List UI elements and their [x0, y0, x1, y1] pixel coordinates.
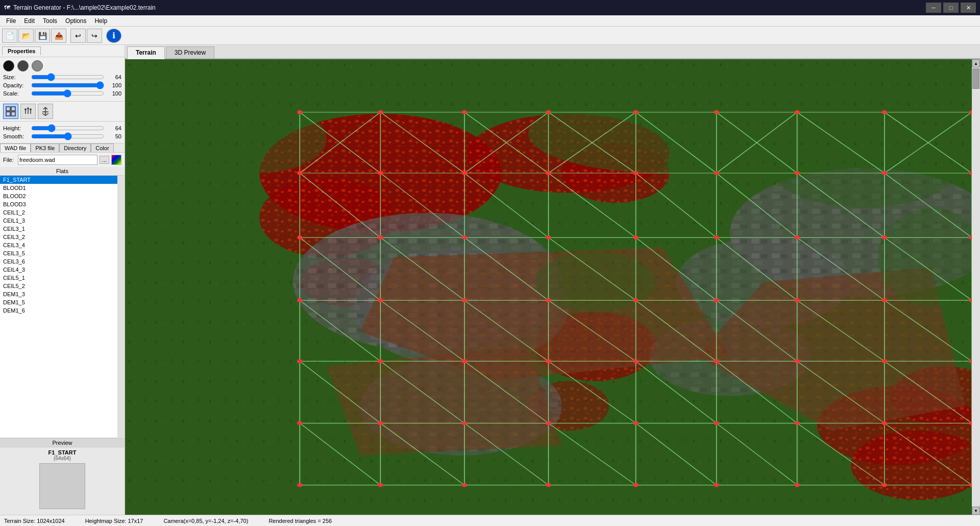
flat-item-0[interactable]: F1_START [0, 176, 117, 184]
flat-item-6[interactable]: CEIL3_1 [0, 225, 117, 233]
flat-item-15[interactable]: DEM1_5 [0, 298, 117, 306]
flat-item-11[interactable]: CEIL4_3 [0, 266, 117, 274]
menu-bar: File Edit Tools Options Help [0, 15, 980, 27]
flats-label: Flats [0, 167, 125, 176]
flat-item-9[interactable]: CEIL3_5 [0, 249, 117, 257]
flat-item-14[interactable]: DEM1_3 [0, 290, 117, 298]
svg-point-181 [546, 171, 551, 175]
brush-soft[interactable] [32, 60, 43, 71]
scale-slider[interactable] [31, 90, 104, 97]
svg-point-217 [546, 421, 551, 425]
brush-solid[interactable] [3, 60, 14, 71]
scroll-thumb[interactable] [972, 68, 979, 89]
flat-item-4[interactable]: CEIL1_2 [0, 208, 117, 217]
svg-point-230 [882, 483, 888, 487]
scale-row: Scale: 100 [3, 90, 121, 97]
svg-point-203 [882, 298, 888, 302]
flat-item-1[interactable]: BLOOD1 [0, 184, 117, 192]
open-button[interactable]: 📂 [18, 29, 34, 43]
svg-rect-2 [6, 112, 10, 116]
flat-item-5[interactable]: CEIL1_3 [0, 217, 117, 225]
flats-scrollbar[interactable] [117, 176, 125, 438]
flat-item-10[interactable]: CEIL3_6 [0, 257, 117, 266]
properties-tab-button[interactable]: Properties [2, 46, 41, 55]
redo-button[interactable]: ↪ [87, 29, 102, 43]
main-layout: Properties Size: 64 Opacity: 100 Scale: [0, 45, 980, 515]
save-button[interactable]: 💾 [35, 29, 50, 43]
wad-file-tab[interactable]: WAD file [0, 144, 31, 152]
right-scrollbar[interactable]: ▲ ▼ [972, 59, 980, 515]
flat-item-2[interactable]: BLOOD2 [0, 192, 117, 200]
close-button[interactable]: ✕ [961, 3, 976, 13]
triangles-status: Rendered triangles = 256 [268, 518, 332, 524]
svg-rect-0 [6, 107, 10, 111]
pk3-file-tab[interactable]: PK3 file [31, 144, 59, 152]
file-row: File: ... [0, 153, 125, 167]
svg-point-219 [714, 421, 719, 425]
flat-item-3[interactable]: BLOOD3 [0, 200, 117, 208]
file-input[interactable] [18, 155, 97, 165]
texture-tabs: WAD file PK3 file Directory Color [0, 144, 125, 153]
flat-item-8[interactable]: CEIL3_4 [0, 241, 117, 249]
svg-point-200 [633, 298, 639, 302]
menu-file[interactable]: File [2, 16, 20, 26]
menu-help[interactable]: Help [90, 16, 111, 26]
mode-raise[interactable] [20, 104, 36, 119]
terrain-tab[interactable]: Terrain [127, 46, 165, 59]
svg-point-48 [764, 109, 965, 208]
menu-tools[interactable]: Tools [39, 16, 61, 26]
terrain-svg [125, 59, 972, 515]
mode-lower[interactable] [38, 104, 53, 119]
smooth-slider[interactable] [31, 133, 104, 140]
browse-button[interactable]: ... [100, 156, 109, 164]
minimize-button[interactable]: ─ [926, 3, 941, 13]
flat-item-13[interactable]: CEIL5_2 [0, 282, 117, 290]
title-bar: 🗺 Terrain Generator - F:\...\ample02\Exa… [0, 0, 980, 15]
svg-point-192 [714, 235, 719, 240]
scroll-up-button[interactable]: ▲ [972, 59, 980, 67]
menu-options[interactable]: Options [61, 16, 90, 26]
flat-item-16[interactable]: DEM1_6 [0, 306, 117, 315]
terrain-canvas[interactable] [125, 59, 972, 515]
menu-edit[interactable]: Edit [20, 16, 39, 26]
height-slider[interactable] [31, 125, 104, 132]
scale-label: Scale: [3, 90, 31, 97]
scroll-down-button[interactable]: ▼ [972, 507, 980, 515]
properties-tab-bar: Properties [0, 45, 125, 57]
svg-point-212 [882, 360, 888, 364]
export-button[interactable]: 📤 [51, 29, 66, 43]
window-title: Terrain Generator - F:\...\ample02\Examp… [13, 4, 156, 11]
heightmap-size-status: Heightmap Size: 17x17 [85, 518, 143, 524]
height-row: Height: 64 [3, 125, 121, 132]
svg-point-173 [633, 110, 639, 114]
svg-point-187 [297, 235, 303, 240]
smooth-label: Smooth: [3, 133, 31, 139]
3d-preview-tab[interactable]: 3D Preview [166, 46, 214, 58]
preview-name: F1_START [48, 449, 77, 456]
svg-point-228 [714, 483, 719, 487]
svg-point-220 [794, 421, 800, 425]
maximize-button[interactable]: □ [943, 3, 959, 13]
color-picker-button[interactable] [111, 155, 121, 165]
flat-item-12[interactable]: CEIL5_1 [0, 274, 117, 282]
svg-point-227 [633, 483, 639, 487]
flat-item-7[interactable]: CEIL3_2 [0, 233, 117, 241]
brush-medium[interactable] [17, 60, 29, 71]
svg-point-188 [378, 235, 383, 240]
content-tabs: Terrain 3D Preview [125, 45, 980, 59]
svg-point-179 [378, 171, 383, 175]
new-button[interactable]: 📄 [2, 29, 17, 43]
svg-point-172 [546, 110, 551, 114]
svg-point-169 [297, 110, 303, 114]
directory-tab[interactable]: Directory [59, 144, 91, 152]
info-button[interactable]: ℹ [106, 29, 121, 43]
flats-list[interactable]: F1_START BLOOD1 BLOOD2 BLOOD3 CEIL1_2 CE… [0, 176, 117, 438]
size-slider[interactable] [31, 74, 104, 81]
mode-grid[interactable] [3, 104, 18, 119]
app-icon: 🗺 [4, 4, 10, 11]
undo-button[interactable]: ↩ [70, 29, 86, 43]
terrain-viewport: ▲ ▼ [125, 59, 980, 515]
color-tab[interactable]: Color [91, 144, 113, 152]
file-label: File: [3, 157, 16, 163]
opacity-slider[interactable] [31, 82, 104, 89]
